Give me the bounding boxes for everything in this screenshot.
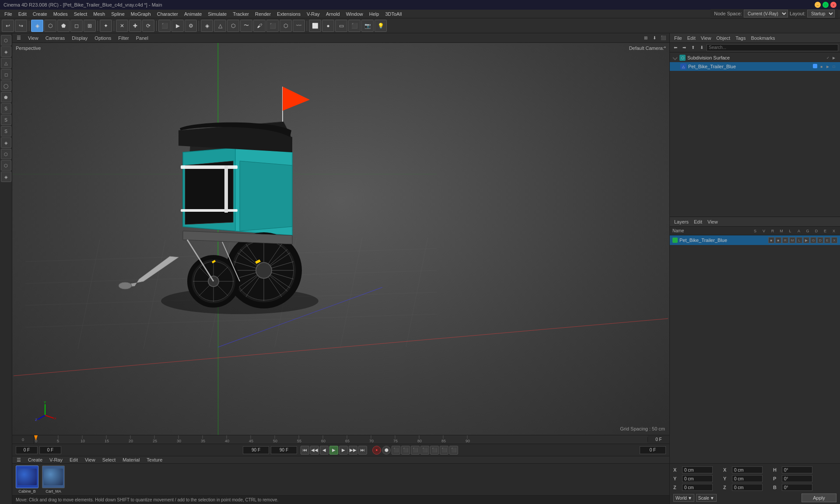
mat-menu-select[interactable]: Select bbox=[101, 457, 118, 462]
play-button[interactable]: ▶ bbox=[329, 446, 338, 455]
om-tool-3[interactable]: ⬆ bbox=[689, 44, 697, 52]
menu-simulate[interactable]: Simulate bbox=[205, 10, 229, 18]
menu-character[interactable]: Character bbox=[154, 10, 181, 18]
render-view-button[interactable]: ▶ bbox=[172, 20, 184, 32]
li-m[interactable]: M bbox=[789, 237, 795, 243]
li-d[interactable]: D bbox=[817, 237, 823, 243]
add-object-button[interactable]: ✦ bbox=[100, 20, 112, 32]
om-item-bike-trailer[interactable]: △ Pet_Bike_Trailer_Blue ■ ▶ □ bbox=[670, 62, 840, 71]
vp-menu-filter[interactable]: Filter bbox=[116, 35, 130, 41]
apply-button[interactable]: Apply bbox=[802, 494, 836, 502]
vp-menu-display[interactable]: Display bbox=[70, 35, 89, 41]
camera-button[interactable]: 📷 bbox=[361, 20, 374, 32]
play-options-button[interactable]: ⬛ bbox=[449, 446, 458, 455]
next-key-button[interactable]: ▶▶ bbox=[349, 446, 357, 455]
scale-tool-button[interactable]: ✚ bbox=[129, 20, 141, 32]
timeline-ruler[interactable]: 0 5 10 15 20 25 30 35 bbox=[34, 435, 648, 444]
vp-menu-panel[interactable]: Panel bbox=[134, 35, 150, 41]
vp-menu-options[interactable]: Options bbox=[93, 35, 113, 41]
prev-key-button[interactable]: ◀◀ bbox=[310, 446, 319, 455]
left-tool-9[interactable]: S bbox=[1, 126, 11, 136]
mat-menu-edit[interactable]: Edit bbox=[68, 457, 80, 462]
left-tool-4[interactable]: ◻ bbox=[1, 69, 11, 80]
render-region-button[interactable]: ⬛ bbox=[158, 20, 171, 32]
light-button[interactable]: 💡 bbox=[374, 20, 387, 32]
mat-menu-view[interactable]: View bbox=[83, 457, 97, 462]
edge-mode-button[interactable]: ⬟ bbox=[57, 20, 70, 32]
record-all-button[interactable]: ⬛ bbox=[411, 446, 420, 455]
li-x[interactable]: X bbox=[831, 237, 837, 243]
li-e[interactable]: E bbox=[824, 237, 830, 243]
mat-menu-vray[interactable]: V-Ray bbox=[48, 457, 64, 462]
redo-button[interactable]: ↪ bbox=[15, 20, 27, 32]
lp-menu-layers[interactable]: Layers bbox=[672, 219, 690, 224]
menu-mesh[interactable]: Mesh bbox=[91, 10, 108, 18]
left-tool-5[interactable]: ◯ bbox=[1, 80, 11, 91]
coord-field-z2[interactable]: 0 cm bbox=[732, 484, 763, 491]
mat-menu-hamburger[interactable]: ☰ bbox=[15, 457, 23, 463]
viewport-canvas[interactable]: Perspective Default Camera:* Y X Z Grid … bbox=[12, 43, 669, 435]
mesh-mode-button[interactable]: ⬡ bbox=[44, 20, 56, 32]
spline-button[interactable]: 〜 bbox=[240, 20, 252, 32]
keyframe-button[interactable]: ⬛ bbox=[392, 446, 400, 455]
generator-button[interactable]: ⬡ bbox=[227, 20, 239, 32]
om-tool-1[interactable]: ⬅ bbox=[672, 44, 679, 52]
coord-field-y2[interactable]: 0 cm bbox=[732, 475, 763, 482]
vp-ctrl-1[interactable]: ⊞ bbox=[642, 35, 649, 42]
layout-dropdown[interactable]: Startup bbox=[807, 10, 835, 18]
close-button[interactable]: × bbox=[830, 2, 836, 8]
world-dropdown[interactable]: World ▼ bbox=[673, 494, 694, 502]
menu-render[interactable]: Render bbox=[252, 10, 273, 18]
material-thumb-2[interactable] bbox=[42, 466, 65, 488]
menu-select[interactable]: Select bbox=[71, 10, 90, 18]
vp-ctrl-2[interactable]: ⬇ bbox=[651, 35, 658, 42]
coord-field-h[interactable]: 0° bbox=[782, 466, 812, 473]
hair-button[interactable]: 〰 bbox=[293, 20, 305, 32]
om-menu-view[interactable]: View bbox=[699, 35, 713, 41]
sphere-button[interactable]: ● bbox=[322, 20, 334, 32]
window-controls[interactable]: – □ × bbox=[815, 2, 836, 8]
left-tool-10[interactable]: ◈ bbox=[1, 137, 11, 148]
left-tool-8[interactable]: S bbox=[1, 115, 11, 125]
li-r[interactable]: R bbox=[782, 237, 788, 243]
next-frame-button[interactable]: ▶ bbox=[339, 446, 348, 455]
menu-3dtoall[interactable]: 3DToAll bbox=[382, 10, 404, 18]
left-tool-1[interactable]: ⬡ bbox=[1, 35, 11, 46]
maximize-button[interactable]: □ bbox=[822, 2, 829, 8]
menu-help[interactable]: Help bbox=[367, 10, 382, 18]
coord-field-y1[interactable]: 0 cm bbox=[682, 475, 713, 482]
menu-create[interactable]: Create bbox=[30, 10, 50, 18]
vp-ctrl-3[interactable]: ⬛ bbox=[660, 35, 667, 42]
menu-animate[interactable]: Animate bbox=[182, 10, 204, 18]
motion-blur-button[interactable]: ⬛ bbox=[401, 446, 410, 455]
menu-spline[interactable]: Spline bbox=[108, 10, 127, 18]
frame-rate-field[interactable]: 90 F bbox=[243, 446, 269, 454]
om-menu-file[interactable]: File bbox=[672, 35, 684, 41]
om-menu-bookmarks[interactable]: Bookmarks bbox=[749, 35, 777, 41]
li-a[interactable]: ▶ bbox=[803, 237, 809, 243]
menu-file[interactable]: File bbox=[2, 10, 15, 18]
coord-field-x2[interactable]: 0 cm bbox=[732, 466, 763, 473]
cube-button[interactable]: ⬜ bbox=[309, 20, 321, 32]
mat-menu-create[interactable]: Create bbox=[26, 457, 44, 462]
go-start-button[interactable]: ⏮ bbox=[301, 446, 309, 455]
om-menu-object[interactable]: Object bbox=[714, 35, 732, 41]
render-settings-button[interactable]: ⚙ bbox=[185, 20, 197, 32]
object-button[interactable]: ◈ bbox=[201, 20, 213, 32]
menu-mograph[interactable]: MoGraph bbox=[128, 10, 154, 18]
deformer-button[interactable]: △ bbox=[214, 20, 226, 32]
paint-button[interactable]: 🖌 bbox=[253, 20, 266, 32]
current-frame-display[interactable]: 0 F bbox=[640, 446, 666, 454]
prev-frame-button[interactable]: ◀ bbox=[320, 446, 329, 455]
left-tool-13[interactable]: ◈ bbox=[1, 172, 11, 182]
node-space-dropdown[interactable]: Current (V-Ray) bbox=[744, 10, 788, 18]
frame-time-field[interactable]: 90 F bbox=[271, 446, 297, 454]
menu-modes[interactable]: Modes bbox=[51, 10, 70, 18]
polygon-mode-button[interactable]: ◻ bbox=[70, 20, 83, 32]
coord-field-x1[interactable]: 0 cm bbox=[682, 466, 713, 473]
uv-mode-button[interactable]: ⊞ bbox=[84, 20, 96, 32]
go-end-button[interactable]: ⏭ bbox=[358, 446, 367, 455]
left-tool-11[interactable]: ⬡ bbox=[1, 149, 11, 159]
material-thumb-1[interactable] bbox=[16, 466, 38, 488]
end-frame-field[interactable]: 0 F bbox=[39, 446, 61, 454]
